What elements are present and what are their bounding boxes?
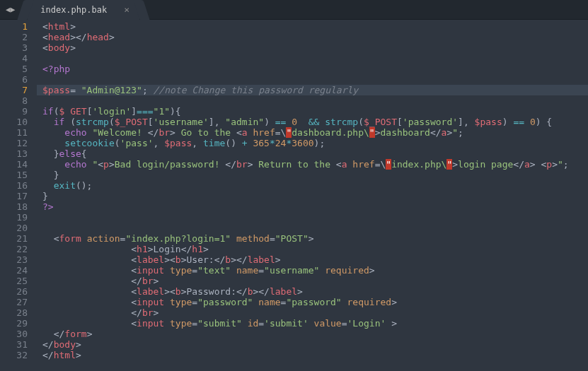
tab-title: index.php.bak xyxy=(40,5,107,15)
line-number: 31 xyxy=(4,339,28,350)
code-line[interactable]: <form action="index.php?login=1" method=… xyxy=(42,233,588,244)
line-number: 21 xyxy=(4,233,28,244)
line-number: 13 xyxy=(4,148,28,159)
tab-index-php-bak[interactable]: index.php.bak × xyxy=(28,0,139,20)
code-line[interactable]: <html> xyxy=(42,21,588,32)
line-number: 28 xyxy=(4,307,28,318)
line-number: 18 xyxy=(4,201,28,212)
code-line[interactable]: <input type="password" name="password" r… xyxy=(42,297,588,307)
line-number: 4 xyxy=(4,53,28,64)
line-number: 1 xyxy=(4,21,28,32)
code-line[interactable] xyxy=(42,53,588,64)
code-area[interactable]: <html><head></head><body> <?php $pass= "… xyxy=(37,20,588,371)
code-line[interactable]: }else{ xyxy=(42,148,588,159)
line-number: 24 xyxy=(4,265,28,276)
line-number: 16 xyxy=(4,180,28,191)
line-number: 26 xyxy=(4,286,28,297)
line-number: 8 xyxy=(4,95,28,106)
line-number: 29 xyxy=(4,318,28,329)
code-line[interactable]: setcookie('pass', $pass, time() + 365*24… xyxy=(42,138,588,148)
code-line[interactable]: <head></head> xyxy=(42,32,588,42)
code-line[interactable]: <input type="text" name="username" requi… xyxy=(42,265,588,276)
line-number: 9 xyxy=(4,106,28,117)
nav-back-icon[interactable]: ◀ xyxy=(6,5,9,14)
line-number: 23 xyxy=(4,254,28,265)
line-number: 5 xyxy=(4,64,28,74)
line-number: 12 xyxy=(4,138,28,148)
line-number: 11 xyxy=(4,127,28,138)
line-number: 30 xyxy=(4,329,28,339)
line-number: 7 xyxy=(4,85,28,95)
code-line[interactable]: </br> xyxy=(42,276,588,286)
code-line[interactable]: } xyxy=(42,170,588,180)
code-line[interactable]: <input type="submit" id='submit' value='… xyxy=(42,318,588,329)
code-line[interactable]: </form> xyxy=(42,329,588,339)
code-line[interactable] xyxy=(42,212,588,223)
code-line[interactable]: <label><b>User:</b></label> xyxy=(42,254,588,265)
code-line[interactable] xyxy=(42,74,588,85)
code-line[interactable]: echo "<p>Bad login/password! </br> Retur… xyxy=(42,159,588,170)
line-number: 32 xyxy=(4,350,28,360)
line-number: 10 xyxy=(4,117,28,127)
line-number: 25 xyxy=(4,276,28,286)
code-line[interactable] xyxy=(42,223,588,233)
code-line[interactable]: $pass= "Admin@123"; //note Change this p… xyxy=(37,85,588,95)
line-number: 6 xyxy=(4,74,28,85)
code-line[interactable]: </br> xyxy=(42,307,588,318)
code-line[interactable]: if($ GET['login']==="1"){ xyxy=(42,106,588,117)
titlebar: ◀ ▶ index.php.bak × xyxy=(0,0,588,20)
code-line[interactable] xyxy=(42,95,588,106)
editor: 1234567891011121314151617181920212223242… xyxy=(0,20,588,371)
line-number: 2 xyxy=(4,32,28,42)
code-line[interactable]: <body> xyxy=(42,42,588,53)
close-icon[interactable]: × xyxy=(124,4,129,15)
line-number: 19 xyxy=(4,212,28,223)
nav-arrows: ◀ ▶ xyxy=(0,5,19,14)
code-line[interactable]: <label><b>Password:</b></label> xyxy=(42,286,588,297)
code-line[interactable]: echo "Welcome! </br> Go to the <a href=\… xyxy=(42,127,588,138)
line-number: 22 xyxy=(4,244,28,254)
code-line[interactable]: <?php xyxy=(42,64,588,74)
line-number: 17 xyxy=(4,191,28,201)
code-line[interactable]: } xyxy=(42,191,588,201)
code-line[interactable]: </body> xyxy=(42,339,588,350)
line-number: 20 xyxy=(4,223,28,233)
gutter: 1234567891011121314151617181920212223242… xyxy=(0,20,37,371)
line-number: 27 xyxy=(4,297,28,307)
code-line[interactable]: if (strcmp($_POST['username'], "admin") … xyxy=(42,117,588,127)
code-line[interactable]: <h1>Login</h1> xyxy=(42,244,588,254)
code-line[interactable]: ?> xyxy=(42,201,588,212)
nav-fwd-icon[interactable]: ▶ xyxy=(11,5,14,14)
line-number: 14 xyxy=(4,159,28,170)
line-number: 15 xyxy=(4,170,28,180)
code-line[interactable]: </html> xyxy=(42,350,588,360)
line-number: 3 xyxy=(4,42,28,53)
code-line[interactable]: exit(); xyxy=(42,180,588,191)
